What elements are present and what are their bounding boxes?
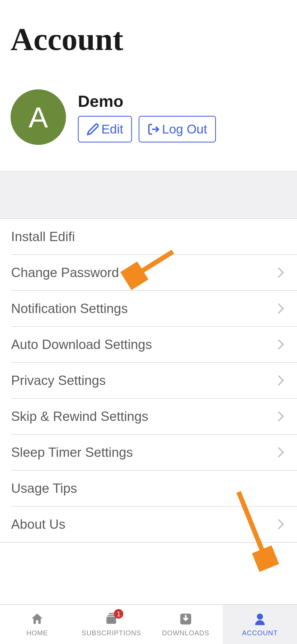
edit-button-label: Edit [101, 122, 123, 136]
settings-item-label: About Us [11, 517, 65, 532]
tab-home[interactable]: HOME [0, 605, 74, 644]
chevron-right-icon [274, 267, 284, 278]
edit-button[interactable]: Edit [78, 116, 132, 142]
tab-label: HOME [26, 629, 48, 637]
settings-item-skip-rewind-settings[interactable]: Skip & Rewind Settings [11, 399, 297, 435]
profile-info: Demo Edit Log Out [78, 92, 216, 142]
tab-account[interactable]: ACCOUNT [223, 605, 297, 644]
settings-list: Install Edifi Change Password Notificati… [0, 219, 297, 542]
tab-label: SUBSCRIPTIONS [82, 629, 141, 637]
chevron-right-icon [274, 519, 284, 530]
settings-item-change-password[interactable]: Change Password [11, 255, 297, 291]
settings-item-install-edifi[interactable]: Install Edifi [11, 219, 297, 255]
settings-item-label: Install Edifi [11, 229, 75, 244]
settings-item-label: Change Password [11, 265, 119, 280]
subscriptions-badge: 1 [114, 609, 123, 619]
chevron-right-icon [274, 339, 284, 350]
svg-point-7 [257, 614, 263, 620]
list-divider [0, 542, 297, 542]
settings-item-label: Skip & Rewind Settings [11, 409, 148, 424]
settings-item-label: Auto Download Settings [11, 337, 152, 352]
settings-item-label: Privacy Settings [11, 373, 106, 388]
section-spacer [0, 171, 297, 219]
tab-downloads[interactable]: DOWNLOADS [149, 605, 223, 644]
chevron-right-icon [274, 303, 284, 314]
home-icon [30, 612, 44, 626]
pencil-icon [87, 123, 99, 136]
settings-item-usage-tips[interactable]: Usage Tips [11, 471, 297, 507]
settings-item-sleep-timer-settings[interactable]: Sleep Timer Settings [11, 435, 297, 471]
chevron-right-icon [274, 375, 284, 386]
settings-item-label: Usage Tips [11, 481, 77, 496]
logout-button[interactable]: Log Out [139, 116, 216, 142]
download-icon [178, 612, 193, 626]
svg-rect-3 [107, 617, 116, 624]
profile-section: A Demo Edit Log Out [0, 68, 297, 171]
subscriptions-icon: 1 [104, 612, 119, 626]
svg-rect-5 [109, 613, 114, 614]
settings-item-notification-settings[interactable]: Notification Settings [11, 291, 297, 327]
tabbar: HOME 1 SUBSCRIPTIONS DOWNLOADS ACCOUNT [0, 604, 297, 644]
logout-button-label: Log Out [162, 122, 207, 136]
settings-item-auto-download-settings[interactable]: Auto Download Settings [11, 327, 297, 363]
tab-label: DOWNLOADS [162, 629, 209, 637]
avatar-letter: A [29, 100, 48, 134]
chevron-right-icon [274, 447, 284, 458]
page-title: Account [11, 21, 286, 58]
header: Account [0, 0, 297, 68]
profile-buttons: Edit Log Out [78, 116, 216, 142]
settings-item-label: Sleep Timer Settings [11, 445, 133, 460]
username: Demo [78, 92, 216, 111]
logout-icon [147, 123, 160, 136]
chevron-right-icon [274, 411, 284, 422]
person-icon [253, 612, 267, 626]
settings-item-privacy-settings[interactable]: Privacy Settings [11, 363, 297, 399]
tab-subscriptions[interactable]: 1 SUBSCRIPTIONS [74, 605, 148, 644]
settings-item-label: Notification Settings [11, 301, 128, 316]
tab-label: ACCOUNT [242, 629, 278, 637]
settings-item-about-us[interactable]: About Us [11, 507, 297, 542]
avatar[interactable]: A [11, 89, 66, 145]
